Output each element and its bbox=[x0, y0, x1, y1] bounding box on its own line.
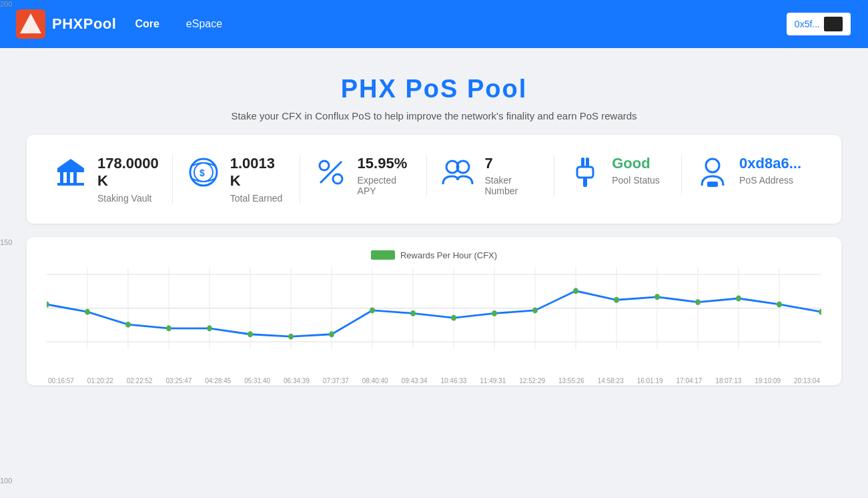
chart-point bbox=[777, 301, 782, 307]
nav-espace[interactable]: eSpace bbox=[181, 15, 228, 33]
svg-rect-19 bbox=[583, 178, 587, 187]
x-label-12: 12:52:29 bbox=[519, 377, 545, 385]
pos-address-label: PoS Address bbox=[739, 175, 801, 186]
svg-rect-6 bbox=[57, 183, 84, 186]
stat-total-earned: $ 1.0013 K Total Earned bbox=[173, 155, 300, 204]
chart-point bbox=[819, 308, 821, 314]
svg-marker-7 bbox=[57, 159, 84, 168]
stat-staker-number: 7 Staker Number bbox=[427, 155, 554, 196]
stat-text-total-earned: 1.0013 K Total Earned bbox=[230, 155, 286, 204]
x-label-11: 11:49:31 bbox=[480, 377, 506, 385]
stats-card: 178.0000 K Staking Vault $ 1.0013 K Tota… bbox=[27, 135, 841, 224]
svg-point-20 bbox=[706, 159, 719, 172]
svg-text:$: $ bbox=[199, 168, 205, 178]
x-label-5: 05:31:40 bbox=[244, 377, 270, 385]
staking-vault-value: 178.0000 K bbox=[97, 155, 159, 190]
svg-rect-18 bbox=[577, 167, 593, 178]
svg-rect-3 bbox=[60, 172, 63, 183]
header-right: 0x5f... bbox=[785, 11, 852, 37]
staking-vault-label: Staking Vault bbox=[97, 193, 159, 204]
wallet-button[interactable]: 0x5f... bbox=[785, 11, 852, 37]
x-label-17: 18:07:13 bbox=[715, 377, 741, 385]
x-label-10: 10:46:33 bbox=[440, 377, 466, 385]
y-label-100: 100 bbox=[0, 477, 21, 485]
svg-rect-16 bbox=[581, 158, 584, 167]
chart-area: 00:16:57 01:20:22 02:22:52 03:25:47 04:2… bbox=[47, 267, 821, 372]
chart-point bbox=[85, 308, 90, 314]
total-earned-label: Total Earned bbox=[230, 193, 286, 204]
coin-icon: $ bbox=[186, 155, 221, 195]
pos-address-icon bbox=[695, 155, 730, 195]
logo: PHXPool bbox=[16, 9, 116, 39]
pool-status-value: Good bbox=[612, 155, 660, 172]
stat-text-staking-vault: 178.0000 K Staking Vault bbox=[97, 155, 159, 204]
y-label-150: 150 bbox=[0, 238, 21, 246]
x-label-13: 13:55:26 bbox=[558, 377, 584, 385]
svg-rect-17 bbox=[586, 158, 589, 167]
wallet-address: 0x5f... bbox=[795, 19, 820, 29]
nav: Core eSpace bbox=[129, 15, 228, 33]
logo-text: PHXPool bbox=[52, 15, 116, 33]
x-label-1: 01:20:22 bbox=[87, 377, 113, 385]
chart-line bbox=[47, 291, 821, 336]
x-label-3: 03:25:47 bbox=[166, 377, 192, 385]
bank-icon bbox=[53, 155, 88, 195]
chart-point bbox=[573, 288, 578, 294]
svg-line-13 bbox=[320, 162, 342, 183]
stat-text-pos-address: 0xd8a6... PoS Address bbox=[739, 155, 801, 186]
svg-rect-2 bbox=[57, 168, 84, 172]
chart-point bbox=[288, 333, 294, 339]
y-label-200: 200 bbox=[0, 0, 21, 8]
legend-label: Rewards Per Hour (CFX) bbox=[400, 250, 497, 260]
legend-color-box bbox=[371, 250, 395, 260]
x-label-8: 08:40:40 bbox=[362, 377, 388, 385]
stat-staking-vault: 178.0000 K Staking Vault bbox=[53, 155, 173, 204]
x-label-16: 17:04:17 bbox=[677, 377, 703, 385]
apy-label: Expected APY bbox=[358, 175, 414, 196]
wallet-avatar bbox=[824, 17, 843, 31]
x-label-18: 19:10:09 bbox=[755, 377, 781, 385]
x-label-9: 09:43:34 bbox=[402, 377, 428, 385]
page-subtitle: Stake your CFX in Conflux PoS to help im… bbox=[27, 110, 841, 121]
staker-value: 7 bbox=[484, 155, 540, 172]
stat-text-staker: 7 Staker Number bbox=[484, 155, 540, 196]
chart-card: Rewards Per Hour (CFX) 200 150 100 bbox=[27, 237, 841, 385]
svg-rect-5 bbox=[73, 172, 77, 183]
header: PHXPool Core eSpace 0x5f... bbox=[0, 0, 868, 48]
chart-point bbox=[248, 331, 253, 337]
chart-point bbox=[614, 297, 619, 303]
chart-legend: Rewards Per Hour (CFX) bbox=[47, 250, 821, 260]
pos-address-value: 0xd8a6... bbox=[739, 155, 801, 172]
chart-point bbox=[695, 299, 701, 305]
x-label-14: 14:58:23 bbox=[598, 377, 624, 385]
x-label-15: 16:01:19 bbox=[637, 377, 663, 385]
stat-pool-status: Good Pool Status bbox=[554, 155, 682, 195]
stat-text-pool-status: Good Pool Status bbox=[612, 155, 660, 186]
chart-point bbox=[736, 295, 741, 301]
x-axis-labels: 00:16:57 01:20:22 02:22:52 03:25:47 04:2… bbox=[47, 377, 821, 385]
chart-point bbox=[410, 310, 416, 316]
chart-point bbox=[451, 314, 456, 320]
rewards-chart bbox=[47, 267, 821, 372]
stat-pos-address: 0xd8a6... PoS Address bbox=[682, 155, 815, 195]
total-earned-value: 1.0013 K bbox=[230, 155, 286, 190]
chart-point bbox=[47, 301, 49, 307]
svg-point-11 bbox=[320, 161, 329, 170]
stat-expected-apy: 15.95% Expected APY bbox=[300, 155, 428, 196]
staker-label: Staker Number bbox=[484, 175, 540, 196]
x-label-19: 20:13:04 bbox=[794, 377, 820, 385]
chart-point bbox=[329, 331, 334, 337]
pool-status-label: Pool Status bbox=[612, 175, 660, 186]
y-axis-labels: 200 150 100 bbox=[0, 0, 21, 498]
svg-rect-21 bbox=[707, 182, 718, 187]
x-label-6: 06:34:39 bbox=[284, 377, 310, 385]
x-label-2: 02:22:52 bbox=[127, 377, 153, 385]
users-icon bbox=[440, 155, 475, 195]
nav-core[interactable]: Core bbox=[129, 15, 164, 33]
chart-point bbox=[655, 294, 660, 300]
chart-point bbox=[532, 307, 538, 313]
chart-point bbox=[207, 325, 212, 331]
chart-point bbox=[166, 325, 171, 331]
x-label-4: 04:28:45 bbox=[205, 377, 231, 385]
x-label-0: 00:16:57 bbox=[48, 377, 74, 385]
